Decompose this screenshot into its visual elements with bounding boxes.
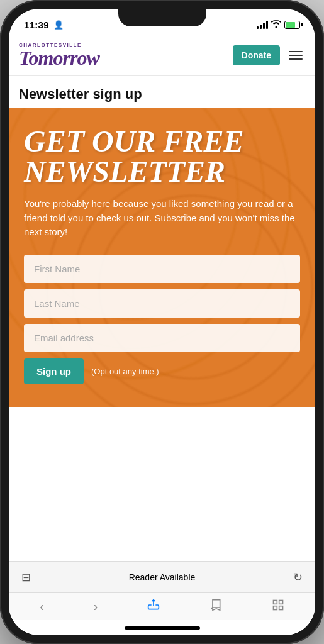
reader-icon: ⊟ bbox=[21, 570, 31, 584]
hamburger-line-1 bbox=[289, 51, 303, 52]
svg-rect-1 bbox=[279, 601, 282, 604]
newsletter-section: Get Our Free Newsletter You're probably … bbox=[9, 108, 315, 407]
tabs-button[interactable] bbox=[265, 596, 291, 617]
home-indicator bbox=[9, 620, 315, 635]
signal-icon bbox=[257, 20, 268, 29]
menu-button[interactable] bbox=[286, 48, 305, 62]
share-button[interactable] bbox=[141, 596, 166, 617]
phone-screen: 11:39 👤 bbox=[9, 9, 315, 635]
opt-out-text: (Opt out any time.) bbox=[91, 367, 159, 376]
phone-frame: 11:39 👤 bbox=[0, 0, 324, 644]
logo-tomorrow: Tomorrow bbox=[19, 48, 99, 68]
content-area[interactable]: CHARLOTTESVILLE Tomorrow Donate Newslett… bbox=[9, 36, 315, 561]
first-name-input[interactable] bbox=[24, 255, 300, 283]
status-icons bbox=[257, 20, 300, 30]
sign-up-button[interactable]: Sign up bbox=[24, 358, 84, 384]
reader-label: Reader Available bbox=[129, 572, 196, 582]
status-time: 11:39 bbox=[24, 19, 49, 30]
logo: CHARLOTTESVILLE Tomorrow bbox=[19, 43, 99, 68]
last-name-input[interactable] bbox=[24, 289, 300, 318]
donate-button[interactable]: Donate bbox=[233, 45, 280, 65]
svg-rect-0 bbox=[273, 601, 277, 604]
reload-icon[interactable]: ↻ bbox=[293, 570, 303, 584]
svg-rect-2 bbox=[273, 606, 277, 610]
page-title-section: Newsletter sign up bbox=[9, 76, 315, 108]
form-actions: Sign up (Opt out any time.) bbox=[24, 358, 300, 384]
back-button[interactable]: ‹ bbox=[33, 597, 50, 616]
header-actions: Donate bbox=[233, 45, 305, 65]
email-input[interactable] bbox=[24, 324, 300, 352]
site-header: CHARLOTTESVILLE Tomorrow Donate bbox=[9, 36, 315, 76]
wifi-icon bbox=[271, 20, 281, 30]
bookmarks-button[interactable] bbox=[203, 596, 228, 617]
bottom-bar: ⊟ Reader Available ↻ bbox=[9, 561, 315, 592]
page-title: Newsletter sign up bbox=[19, 86, 305, 103]
newsletter-description: You're probably here because you liked s… bbox=[24, 197, 300, 240]
battery-icon bbox=[284, 21, 300, 29]
person-icon: 👤 bbox=[53, 20, 64, 30]
notch bbox=[118, 9, 206, 26]
safari-nav: ‹ › bbox=[9, 592, 315, 620]
newsletter-heading: Get Our Free Newsletter bbox=[24, 126, 300, 187]
hamburger-line-3 bbox=[289, 58, 303, 60]
home-bar bbox=[125, 626, 200, 630]
hamburger-line-2 bbox=[289, 55, 303, 56]
svg-rect-3 bbox=[279, 606, 282, 610]
forward-button[interactable]: › bbox=[87, 597, 104, 616]
